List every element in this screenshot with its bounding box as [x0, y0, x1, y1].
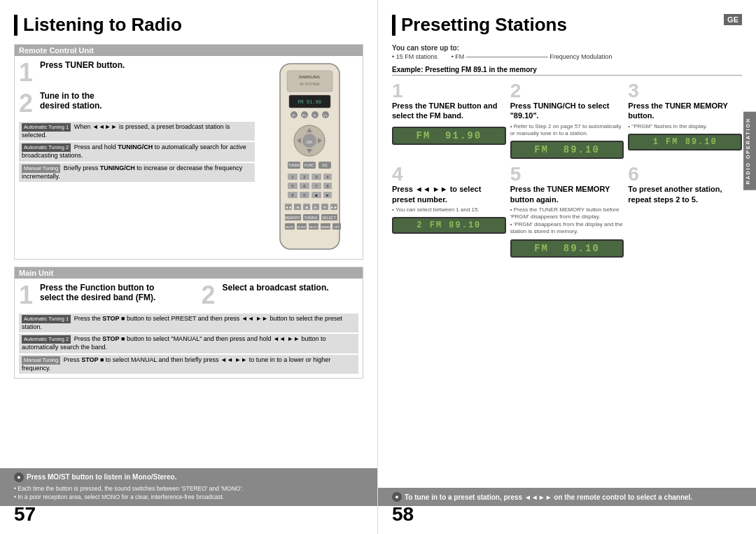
- radio-operation-label: RADIO OPERATION: [743, 112, 756, 190]
- remote-image: SAMSUNG AV SYSTEM FM 91.90 P- P+ V- V: [260, 60, 358, 256]
- step-3-title: Press the TUNER MEMORY button.: [628, 101, 742, 121]
- main-auto-1-box: Automatic Tuning 1 Press the STOP ■ butt…: [19, 314, 358, 332]
- left-title-text: Listening to Radio: [23, 14, 182, 36]
- step-1-cell: 1 Press the TUNER button and select the …: [392, 81, 506, 159]
- main-step1-row: 1 Press the Function button to select th…: [19, 283, 358, 308]
- page: Listening to Radio Remote Control Unit 1…: [0, 0, 756, 534]
- main-step1-number: 1: [19, 283, 34, 308]
- svg-text:►: ►: [326, 193, 330, 197]
- remote-instructions: 1 Press TUNER button. 2 Tune in t: [19, 60, 255, 256]
- step-1-display-container: FM 91.90: [392, 127, 506, 145]
- step-4-note: • You can select between 1 and 15.: [392, 206, 506, 213]
- step-6-cell: 6 To preset another station, repeat step…: [628, 164, 742, 257]
- right-title-bar: [392, 15, 396, 36]
- main-step2-content: Select a broadcast station.: [223, 283, 359, 308]
- remote-control-section: Remote Control Unit 1 Press TUNER button…: [14, 44, 363, 260]
- svg-text:EQ: EQ: [322, 163, 327, 167]
- main-unit-header: Main Unit: [15, 267, 363, 279]
- svg-text:••: ••: [323, 205, 326, 209]
- circle-icon: ●: [14, 472, 24, 482]
- step-5-display-container: FM 89.10: [510, 239, 624, 258]
- main-unit-section: Main Unit 1 Press the Function button to…: [14, 267, 363, 379]
- svg-text:AV SYSTEM: AV SYSTEM: [299, 82, 318, 86]
- title-bar: [14, 15, 18, 36]
- bullet-1: • Each time the button is pressed, the s…: [14, 484, 363, 493]
- svg-text:MO/ST: MO/ST: [309, 225, 318, 229]
- svg-text:FM 91.90: FM 91.90: [298, 99, 321, 105]
- svg-text:■: ■: [305, 205, 307, 209]
- bottom-bar-title: ● Press MO/ST button to listen in Mono/S…: [14, 472, 363, 482]
- left-page-number: 57: [14, 503, 36, 526]
- svg-text:SELECT: SELECT: [322, 216, 335, 220]
- step-5-num: 5: [510, 164, 624, 184]
- manual-tuning-box: Manual Tuning Briefly press TUNING/CH to…: [19, 163, 255, 182]
- svg-text:MUTE: MUTE: [286, 225, 294, 229]
- steps-row-2: 4 Press ◄◄ ►► to select preset number. •…: [392, 164, 742, 257]
- main-step1-bold: Function: [80, 283, 115, 293]
- step-6-num: 6: [628, 164, 742, 184]
- step-3-cell: 3 Press the TUNER MEMORY button. • "PRGM…: [628, 81, 742, 159]
- step-1-num: 1: [392, 81, 506, 101]
- svg-rect-1: [287, 71, 332, 92]
- svg-text:MEMORY: MEMORY: [284, 216, 300, 220]
- svg-text:SLEEP: SLEEP: [297, 225, 306, 229]
- step-2-num: 2: [510, 81, 624, 101]
- bottom-bar-left: ● Press MO/ST button to listen in Mono/S…: [0, 468, 377, 507]
- svg-text:DIMMER: DIMMER: [319, 225, 330, 229]
- bottom-left-bullets: • Each time the button is pressed, the s…: [14, 484, 363, 503]
- main-auto-2-box: Automatic Tuning 2 Press the STOP ■ butt…: [19, 334, 358, 353]
- bottom-left-title-text: Press MO/ST button to listen in Mono/Ste…: [27, 473, 176, 481]
- step-3-display-container: 1 FM 89.10: [628, 134, 742, 150]
- step-5-cell: 5 Press the TUNER MEMORY button again. •…: [510, 164, 624, 257]
- svg-text:P+: P+: [302, 113, 306, 118]
- step-5-lcd: FM 89.10: [510, 239, 624, 258]
- auto-tuning-1-label: Automatic Tuning 1: [22, 123, 71, 132]
- remote-step2-number: 2: [19, 91, 34, 116]
- remote-svg: SAMSUNG AV SYSTEM FM 91.90 P- P+ V- V: [270, 60, 350, 256]
- svg-text:P-: P-: [292, 113, 295, 118]
- main-step1-title: Press the Function button to select the …: [40, 283, 176, 302]
- bottom-right-content: ● To tune in to a preset station, press …: [392, 492, 742, 502]
- main-tuning-boxes: Automatic Tuning 1 Press the STOP ■ butt…: [19, 314, 358, 375]
- main-manual-text: Press STOP ■ to select MANUAL and then b…: [22, 356, 330, 372]
- step-4-display-container: 2 FM 89.10: [392, 217, 506, 234]
- svg-text:►: ►: [314, 205, 317, 209]
- right-page: GE Presetting Stations You can store up …: [378, 0, 756, 534]
- steps-row-1: 1 Press the TUNER button and select the …: [392, 81, 742, 159]
- step-2-title: Press TUNING/CH to select "89.10".: [510, 101, 624, 121]
- step-5-title: Press the TUNER MEMORY button again.: [510, 184, 624, 204]
- remote-step2-content: Tune in to thedesired station.: [40, 91, 255, 116]
- main-step2-number: 2: [202, 283, 217, 308]
- remote-step1-number: 1: [19, 60, 34, 85]
- step-2-note: • Refer to Step 2 on page 57 to automati…: [510, 123, 624, 138]
- auto-tuning-1-box: Automatic Tuning 1 When ◄◄►► is pressed,…: [19, 122, 255, 141]
- right-title: Presetting Stations: [392, 14, 742, 36]
- step-3-note: • "PRGM" flashes in the display.: [628, 123, 742, 130]
- remote-content: 1 Press TUNER button. 2 Tune in t: [19, 60, 358, 256]
- svg-text:◄◄: ◄◄: [285, 205, 292, 209]
- main-auto-1-label: Automatic Tuning 1: [22, 315, 71, 323]
- remote-step1-row: 1 Press TUNER button.: [19, 60, 255, 85]
- step-4-num: 4: [392, 164, 506, 184]
- svg-text:►►: ►►: [330, 205, 337, 209]
- remote-step2-row: 2 Tune in to thedesired station.: [19, 91, 255, 116]
- fm-modulation: • FM ————————————— Frequency Modulation: [451, 53, 612, 60]
- svg-text:TUNING: TUNING: [304, 216, 317, 220]
- bullet-2: • In a poor reception area, select MONO …: [14, 493, 363, 502]
- remote-control-header: Remote Control Unit: [15, 45, 363, 56]
- step-1-lcd: FM 91.90: [392, 127, 506, 145]
- step-2-display-container: FM 89.10: [510, 141, 624, 159]
- svg-text:◄: ◄: [295, 205, 299, 209]
- step-2-cell: 2 Press TUNING/CH to select "89.10". • R…: [510, 81, 624, 159]
- left-title: Listening to Radio: [14, 14, 363, 36]
- right-page-number: 58: [392, 503, 414, 526]
- bottom-right-text: To tune in to a preset station, press ◄◄…: [405, 493, 692, 501]
- auto-tuning-2-box: Automatic Tuning 2 Press and hold TUNING…: [19, 142, 255, 161]
- remote-step1-title: Press TUNER button.: [40, 60, 255, 70]
- svg-text:SAMSUNG: SAMSUNG: [298, 75, 320, 79]
- step-4-cell: 4 Press ◄◄ ►► to select preset number. •…: [392, 164, 506, 257]
- ge-badge: GE: [724, 14, 742, 25]
- main-step2-title: Select a broadcast station.: [223, 283, 359, 293]
- remote-step2-bold: Tune in to thedesired station.: [40, 91, 102, 111]
- remote-step1-content: Press TUNER button.: [40, 60, 255, 85]
